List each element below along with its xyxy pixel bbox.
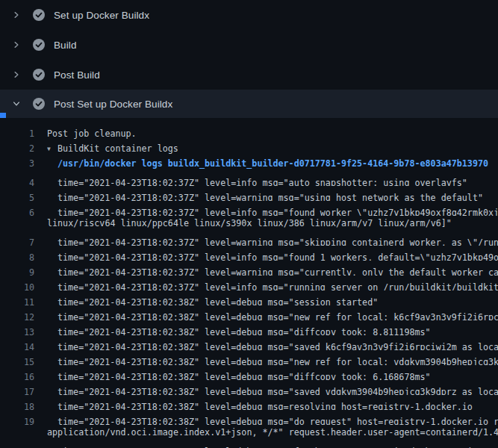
line-number[interactable]: 14 bbox=[0, 342, 34, 351]
log-text: time="2021-04-23T18:02:37Z" level=info m… bbox=[47, 208, 498, 217]
log-row: 13time="2021-04-23T18:02:38Z" level=debu… bbox=[0, 320, 498, 335]
chevron-right-icon bbox=[10, 39, 22, 51]
log-text: time="2021-04-23T18:02:38Z" level=debug … bbox=[47, 342, 498, 351]
log-text: application/vnd.oci.image.index.v1+json,… bbox=[47, 427, 498, 438]
log-row: application/vnd.oci.image.index.v1+json,… bbox=[0, 425, 498, 440]
step-label: Set up Docker Buildx bbox=[54, 10, 149, 21]
line-number[interactable]: 12 bbox=[0, 312, 34, 321]
group-expanded-triangle-icon: ▼ bbox=[47, 146, 57, 152]
step-label: Build bbox=[54, 40, 77, 51]
log-row: 16time="2021-04-23T18:02:38Z" level=debu… bbox=[0, 365, 498, 380]
line-number[interactable]: 18 bbox=[0, 402, 34, 411]
log-row: 4time="2021-04-23T18:02:37Z" level=info … bbox=[0, 171, 498, 186]
log-row: 5time="2021-04-23T18:02:37Z" level=warni… bbox=[0, 186, 498, 201]
log-group-title: BuildKit container logs bbox=[57, 143, 178, 154]
log-text: time="2021-04-23T18:02:38Z" level=debug … bbox=[47, 387, 498, 396]
log-row: 15time="2021-04-23T18:02:38Z" level=debu… bbox=[0, 350, 498, 365]
log-text: time="2021-04-23T18:02:38Z" level=debug … bbox=[47, 372, 431, 381]
log-text: time="2021-04-23T18:02:38Z" level=debug … bbox=[47, 312, 498, 321]
log-row: 10time="2021-04-23T18:02:37Z" level=info… bbox=[0, 276, 498, 290]
line-number[interactable]: 3 bbox=[0, 158, 34, 169]
step-section-post-set-up-docker-buildx[interactable]: Post Set up Docker Buildx bbox=[0, 90, 498, 118]
log-row: linux/riscv64 linux/ppc64le linux/s390x … bbox=[0, 216, 498, 231]
log-row: 18time="2021-04-23T18:02:38Z" level=debu… bbox=[0, 395, 498, 410]
line-number[interactable]: 11 bbox=[0, 297, 34, 306]
chevron-down-icon bbox=[10, 98, 22, 110]
line-number[interactable]: 9 bbox=[0, 267, 34, 276]
line-number[interactable]: 15 bbox=[0, 357, 34, 366]
log-text: time="2021-04-23T18:02:37Z" level=info m… bbox=[47, 178, 467, 187]
log-text: time="2021-04-23T18:02:37Z" level=warnin… bbox=[47, 267, 498, 276]
line-number[interactable]: 7 bbox=[0, 237, 34, 246]
log-text: time="2021-04-23T18:02:37Z" level=warnin… bbox=[47, 193, 483, 202]
line-number[interactable]: 8 bbox=[0, 252, 34, 261]
log-text: time="2021-04-23T18:02:38Z" level=debug … bbox=[47, 297, 378, 306]
step-section-set-up-docker-buildx[interactable]: Set up Docker Buildx bbox=[0, 0, 498, 30]
log-row: 1Post job cleanup. bbox=[0, 126, 498, 141]
log-row: 6time="2021-04-23T18:02:37Z" level=info … bbox=[0, 201, 498, 216]
line-number[interactable]: 10 bbox=[0, 282, 34, 291]
log-row: 19time="2021-04-23T18:02:38Z" level=debu… bbox=[0, 410, 498, 425]
line-number[interactable]: 1 bbox=[0, 128, 34, 139]
log-group-toggle[interactable]: ▼BuildKit container logs bbox=[47, 143, 178, 154]
log-row: 11time="2021-04-23T18:02:38Z" level=debu… bbox=[0, 290, 498, 305]
step-label: Post Build bbox=[54, 69, 100, 81]
line-number[interactable]: 5 bbox=[0, 193, 34, 202]
step-label: Post Set up Docker Buildx bbox=[54, 99, 172, 110]
line-number[interactable]: 19 bbox=[0, 417, 34, 426]
chevron-right-icon bbox=[10, 69, 22, 81]
check-circle-icon bbox=[33, 39, 45, 51]
log-text: time="2021-04-23T18:02:37Z" level=info m… bbox=[47, 282, 498, 291]
log-text: time="2021-04-23T18:02:37Z" level=warnin… bbox=[47, 237, 498, 246]
log-area: 1Post job cleanup.2▼BuildKit container l… bbox=[0, 118, 498, 448]
line-number[interactable]: 17 bbox=[0, 387, 34, 396]
check-circle-icon bbox=[33, 98, 45, 110]
check-circle-icon bbox=[33, 69, 45, 81]
line-number[interactable]: 16 bbox=[0, 372, 34, 381]
log-row: 17time="2021-04-23T18:02:38Z" level=debu… bbox=[0, 380, 498, 395]
log-row: 3/usr/bin/docker logs buildx_buildkit_bu… bbox=[0, 156, 498, 171]
log-row: 7time="2021-04-23T18:02:37Z" level=warni… bbox=[0, 231, 498, 246]
line-number[interactable]: 2 bbox=[0, 143, 34, 154]
log-row: 2▼BuildKit container logs bbox=[0, 141, 498, 156]
log-row: 9time="2021-04-23T18:02:37Z" level=warni… bbox=[0, 261, 498, 276]
log-row: 12time="2021-04-23T18:02:38Z" level=debu… bbox=[0, 305, 498, 320]
workflow-log-viewer: Set up Docker BuildxBuildPost BuildPost … bbox=[0, 0, 498, 448]
line-number[interactable]: 13 bbox=[0, 327, 34, 336]
log-text: time="2021-04-23T18:02:38Z" level=debug … bbox=[47, 327, 431, 336]
step-section-post-build[interactable]: Post Build bbox=[0, 60, 498, 90]
log-text: linux/riscv64 linux/ppc64le linux/s390x … bbox=[47, 218, 452, 228]
focus-indicator bbox=[0, 113, 6, 118]
log-text: time="2021-04-23T18:02:37Z" level=info m… bbox=[47, 252, 498, 261]
log-text: time="2021-04-23T18:02:38Z" level=debug … bbox=[47, 402, 473, 411]
log-row: 8time="2021-04-23T18:02:37Z" level=info … bbox=[0, 246, 498, 261]
check-circle-icon bbox=[33, 9, 45, 21]
line-number[interactable]: 6 bbox=[0, 208, 34, 217]
log-row: 14time="2021-04-23T18:02:38Z" level=debu… bbox=[0, 335, 498, 350]
steps-list: Set up Docker BuildxBuildPost BuildPost … bbox=[0, 0, 498, 118]
log-text: time="2021-04-23T18:02:38Z" level=debug … bbox=[47, 417, 498, 426]
log-text: time="2021-04-23T18:02:38Z" level=debug … bbox=[47, 357, 498, 366]
line-number[interactable]: 4 bbox=[0, 178, 34, 187]
log-text: Post job cleanup. bbox=[47, 128, 137, 139]
log-row: 20time="2021-04-23T18:02:38Z" level=debu… bbox=[0, 440, 498, 448]
command-text: /usr/bin/docker logs buildx_buildkit_bui… bbox=[47, 158, 488, 169]
step-section-build[interactable]: Build bbox=[0, 30, 498, 60]
chevron-right-icon bbox=[10, 9, 22, 21]
